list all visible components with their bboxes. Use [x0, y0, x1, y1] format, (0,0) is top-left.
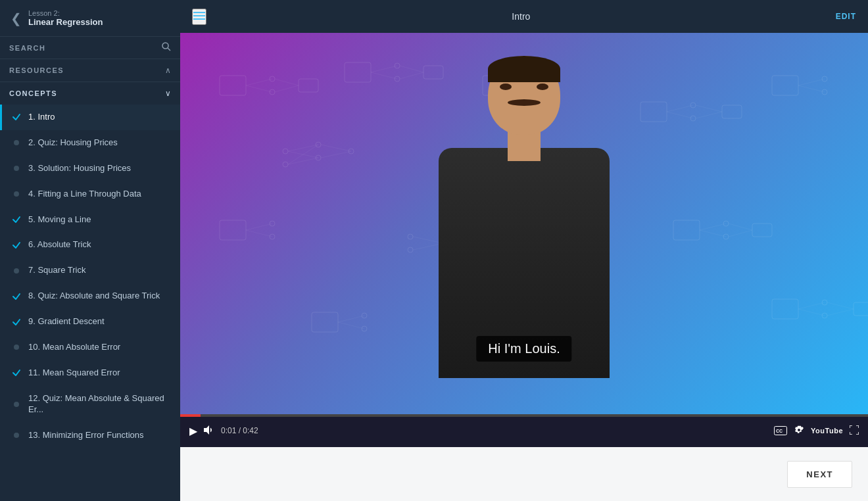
- sidebar: ❮ Lesson 2: Linear Regression SEARCH RES…: [0, 0, 180, 501]
- svg-rect-44: [722, 105, 742, 118]
- svg-line-28: [288, 145, 318, 151]
- svg-rect-13: [345, 62, 371, 82]
- fullscreen-button[interactable]: [850, 425, 859, 437]
- lesson-item-2[interactable]: 2. Quiz: Housing Prices: [0, 130, 180, 156]
- lesson-info: Lesson 2: Linear Regression: [28, 9, 103, 27]
- svg-line-46: [798, 79, 825, 85]
- topbar: Intro EDIT: [180, 0, 868, 33]
- hamburger-icon: [193, 11, 205, 20]
- back-button[interactable]: ❮: [11, 11, 22, 26]
- svg-rect-58: [220, 220, 246, 240]
- lesson-item-4[interactable]: 4. Fitting a Line Through Data: [0, 181, 180, 207]
- lesson-item-6[interactable]: 6. Absolute Trick: [0, 232, 180, 258]
- svg-line-34: [321, 145, 351, 151]
- content-bottom: NEXT: [180, 447, 868, 501]
- lesson-item-text: 11. Mean Squared Error: [28, 368, 120, 379]
- lesson-item-status-7: [11, 268, 22, 274]
- edit-button[interactable]: EDIT: [836, 12, 856, 21]
- lesson-item-8[interactable]: 8. Quiz: Absolute and Square Trick: [0, 283, 180, 309]
- checkmark-icon: [12, 241, 21, 250]
- presenter-area: [406, 76, 642, 378]
- fullscreen-icon: [850, 425, 859, 435]
- lesson-item-7[interactable]: 7. Square Trick: [0, 258, 180, 283]
- checkmark-icon: [12, 292, 21, 301]
- menu-button[interactable]: [192, 9, 206, 25]
- concepts-chevron-icon: ∨: [165, 89, 171, 98]
- search-button[interactable]: [162, 42, 171, 53]
- svg-rect-72: [673, 220, 700, 240]
- progress-bar-fill: [180, 414, 201, 417]
- unread-dot-icon: [14, 402, 19, 407]
- svg-rect-37: [640, 102, 667, 122]
- youtube-logo: YouTube: [811, 427, 843, 435]
- play-button[interactable]: ▶: [189, 425, 197, 437]
- svg-line-88: [338, 316, 364, 322]
- resources-row[interactable]: RESOURCES ∧: [0, 59, 180, 82]
- lesson-item-status-12: [11, 402, 22, 407]
- search-label: SEARCH: [9, 44, 162, 52]
- svg-line-42: [696, 105, 722, 112]
- lesson-item-status-8: [11, 292, 22, 301]
- svg-line-39: [667, 112, 693, 118]
- lesson-item-11[interactable]: 11. Mean Squared Error: [0, 360, 180, 386]
- lesson-item-status-6: [11, 241, 22, 250]
- main-content: Intro EDIT: [180, 0, 868, 501]
- svg-line-60: [246, 230, 272, 237]
- svg-line-99: [798, 309, 825, 316]
- unread-dot-icon: [14, 140, 19, 145]
- svg-rect-97: [772, 299, 798, 319]
- unread-dot-icon: [14, 345, 19, 350]
- lesson-item-status-3: [11, 166, 22, 171]
- settings-button[interactable]: [794, 425, 804, 437]
- lesson-item-status-11: [11, 368, 22, 377]
- lesson-item-text: 10. Mean Absolute Error: [28, 342, 120, 353]
- video-container: Hi I'm Louis. ▶ 0:01 / 0:42: [180, 33, 868, 447]
- lesson-item-status-5: [11, 215, 22, 224]
- cc-icon: CC: [774, 426, 787, 435]
- svg-line-1: [168, 48, 170, 51]
- lesson-item-5[interactable]: 5. Moving a Line: [0, 207, 180, 233]
- svg-line-14: [371, 66, 397, 72]
- checkmark-icon: [12, 318, 21, 327]
- lesson-item-9[interactable]: 9. Gradient Descent: [0, 309, 180, 335]
- progress-bar-background[interactable]: [180, 414, 868, 417]
- search-icon: [162, 42, 171, 51]
- svg-line-98: [798, 302, 825, 309]
- lesson-item-text: 6. Absolute Trick: [28, 239, 91, 251]
- checkmark-icon: [12, 215, 21, 224]
- presenter-right-eye: [537, 84, 548, 90]
- svg-rect-79: [752, 224, 772, 237]
- svg-line-47: [798, 85, 825, 92]
- cc-button[interactable]: CC: [774, 426, 787, 435]
- lesson-item-text: 7. Square Trick: [28, 265, 85, 276]
- video-background[interactable]: Hi I'm Louis.: [180, 33, 868, 414]
- svg-point-27: [283, 162, 288, 167]
- svg-line-15: [371, 72, 397, 79]
- lesson-item-1[interactable]: 1. Intro: [0, 105, 180, 130]
- svg-line-73: [700, 224, 726, 230]
- svg-text:CC: CC: [776, 429, 783, 433]
- next-button[interactable]: NEXT: [787, 461, 852, 488]
- lesson-item-text: 4. Fitting a Line Through Data: [28, 189, 141, 200]
- unread-dot-icon: [14, 166, 19, 171]
- app-container: ❮ Lesson 2: Linear Regression SEARCH RES…: [0, 0, 868, 501]
- lesson-item-3[interactable]: 3. Solution: Housing Prices: [0, 156, 180, 181]
- lesson-item-text: 12. Quiz: Mean Absolute & Squared Er...: [28, 393, 171, 416]
- svg-line-11: [275, 85, 299, 92]
- video-controls: ▶ 0:01 / 0:42 CC: [180, 414, 868, 447]
- svg-line-59: [246, 224, 272, 230]
- svg-line-38: [667, 105, 693, 112]
- svg-line-89: [338, 322, 364, 329]
- lesson-item-status-1: [11, 112, 22, 122]
- time-display: 0:01 / 0:42: [221, 426, 258, 435]
- lesson-item-text: 5. Moving a Line: [28, 214, 91, 226]
- lesson-title: Linear Regression: [28, 17, 103, 27]
- svg-line-77: [729, 224, 752, 230]
- lesson-item-13[interactable]: 13. Minimizing Error Functions: [0, 423, 180, 448]
- volume-button[interactable]: [204, 425, 214, 437]
- svg-line-43: [696, 112, 722, 118]
- lesson-item-10[interactable]: 10. Mean Absolute Error: [0, 335, 180, 360]
- lesson-item-12[interactable]: 12. Quiz: Mean Absolute & Squared Er...: [0, 386, 180, 423]
- svg-rect-87: [312, 312, 338, 332]
- concepts-row[interactable]: CONCEPTS ∨: [0, 82, 180, 105]
